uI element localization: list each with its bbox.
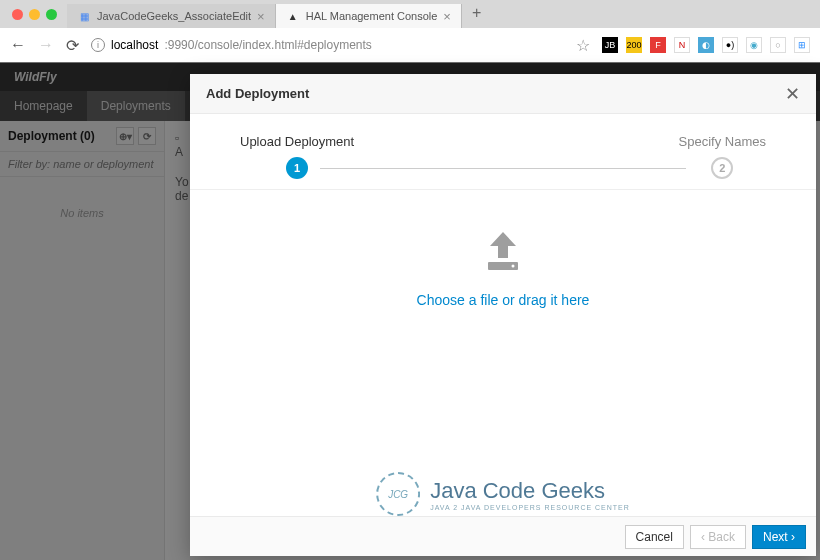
cancel-button[interactable]: Cancel (625, 525, 684, 549)
watermark-title: Java Code Geeks (430, 478, 630, 504)
step-number: 2 (711, 157, 733, 179)
modal-footer: Cancel ‹ Back Next › (190, 516, 816, 556)
url-host: localhost (111, 38, 158, 52)
jcg-logo-icon: JCG (376, 472, 420, 516)
ext-icon[interactable]: 200 (626, 37, 642, 53)
step-connector (320, 168, 686, 169)
file-drop-area[interactable]: Choose a file or drag it here (190, 190, 816, 516)
ext-icon[interactable]: ◐ (698, 37, 714, 53)
step-specify-names[interactable]: Specify Names 2 (679, 134, 766, 179)
forward-icon[interactable]: → (38, 36, 54, 55)
wizard-steps: Upload Deployment 1 Specify Names 2 (190, 114, 816, 190)
browser-tab-1[interactable]: ▦ JavaCodeGeeks_AssociateEdit × (67, 4, 276, 28)
minimize-window-icon[interactable] (29, 9, 40, 20)
close-tab-icon[interactable]: × (257, 9, 265, 24)
ext-icon[interactable]: ●) (722, 37, 738, 53)
hal-favicon-icon: ▲ (286, 9, 300, 23)
step-upload[interactable]: Upload Deployment 1 (240, 134, 354, 179)
tab-bar: ▦ JavaCodeGeeks_AssociateEdit × ▲ HAL Ma… (0, 0, 820, 28)
maximize-window-icon[interactable] (46, 9, 57, 20)
ext-icon[interactable]: N (674, 37, 690, 53)
nav-arrows: ← → ⟳ (10, 36, 79, 55)
browser-toolbar: ← → ⟳ i localhost:9990/console/index.htm… (0, 28, 820, 62)
docs-favicon-icon: ▦ (77, 9, 91, 23)
choose-file-link[interactable]: Choose a file or drag it here (417, 292, 590, 308)
close-window-icon[interactable] (12, 9, 23, 20)
modal-title: Add Deployment (206, 86, 309, 101)
new-tab-button[interactable]: + (462, 4, 491, 28)
watermark-subtitle: Java 2 Java Developers Resource Center (430, 504, 630, 511)
step-label: Upload Deployment (240, 134, 354, 149)
reload-icon[interactable]: ⟳ (66, 36, 79, 55)
ext-icon[interactable]: JB (602, 37, 618, 53)
url-path: :9990/console/index.html#deployments (164, 38, 371, 52)
bookmark-star-icon[interactable]: ☆ (576, 36, 590, 55)
close-tab-icon[interactable]: × (443, 9, 451, 24)
upload-icon (478, 230, 528, 274)
tab-title: HAL Management Console (306, 10, 438, 22)
ext-icon[interactable]: F (650, 37, 666, 53)
address-bar[interactable]: i localhost:9990/console/index.html#depl… (91, 38, 564, 52)
tab-title: JavaCodeGeeks_AssociateEdit (97, 10, 251, 22)
ext-icon[interactable]: ○ (770, 37, 786, 53)
step-number: 1 (286, 157, 308, 179)
step-label: Specify Names (679, 134, 766, 149)
watermark: JCG Java Code Geeks Java 2 Java Develope… (376, 472, 630, 516)
modal-header: Add Deployment ✕ (190, 74, 816, 114)
back-button[interactable]: ‹ Back (690, 525, 746, 549)
back-icon[interactable]: ← (10, 36, 26, 55)
extension-icons: JB 200 F N ◐ ●) ◉ ○ ⊞ (602, 37, 810, 53)
ext-icon[interactable]: ⊞ (794, 37, 810, 53)
ext-icon[interactable]: ◉ (746, 37, 762, 53)
svg-point-1 (512, 265, 515, 268)
site-info-icon[interactable]: i (91, 38, 105, 52)
add-deployment-modal: Add Deployment ✕ Upload Deployment 1 Spe… (190, 74, 816, 556)
browser-chrome: ▦ JavaCodeGeeks_AssociateEdit × ▲ HAL Ma… (0, 0, 820, 63)
close-icon[interactable]: ✕ (785, 83, 800, 105)
window-controls (4, 9, 67, 28)
browser-tab-2[interactable]: ▲ HAL Management Console × (276, 4, 462, 28)
next-button[interactable]: Next › (752, 525, 806, 549)
